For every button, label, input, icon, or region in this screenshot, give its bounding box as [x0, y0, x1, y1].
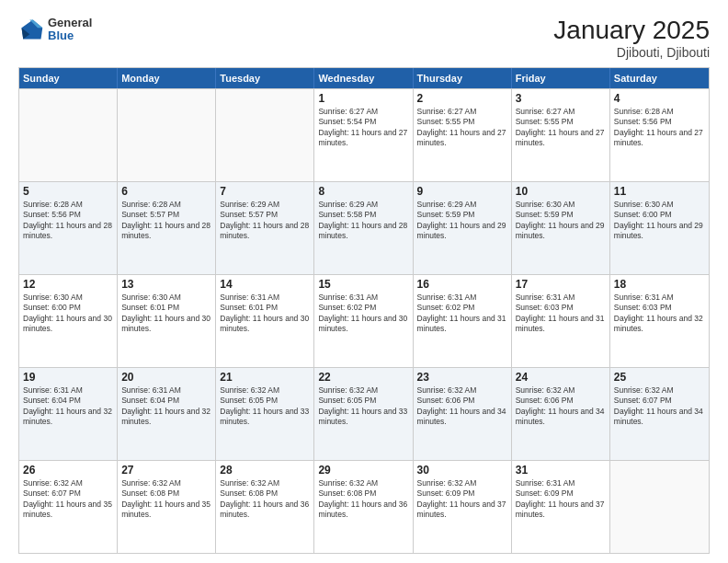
cell-day-number: 4	[614, 92, 705, 105]
cell-day-number: 21	[220, 371, 310, 384]
calendar-cell: 31Sunrise: 6:31 AM Sunset: 6:09 PM Dayli…	[512, 461, 610, 553]
cell-day-number: 9	[417, 185, 507, 198]
calendar-header-cell: Wednesday	[314, 68, 413, 88]
cell-day-number: 24	[516, 371, 606, 384]
calendar-cell: 7Sunrise: 6:29 AM Sunset: 5:57 PM Daylig…	[216, 182, 314, 274]
cell-sun-info: Sunrise: 6:31 AM Sunset: 6:04 PM Dayligh…	[23, 385, 113, 428]
calendar-cell: 1Sunrise: 6:27 AM Sunset: 5:54 PM Daylig…	[314, 89, 413, 181]
calendar-cell: 25Sunrise: 6:32 AM Sunset: 6:07 PM Dayli…	[610, 368, 709, 460]
calendar-cell: 13Sunrise: 6:30 AM Sunset: 6:01 PM Dayli…	[118, 275, 216, 367]
cell-sun-info: Sunrise: 6:27 AM Sunset: 5:54 PM Dayligh…	[318, 107, 408, 149]
cell-day-number: 3	[516, 92, 606, 105]
calendar-week: 12Sunrise: 6:30 AM Sunset: 6:00 PM Dayli…	[19, 274, 709, 367]
cell-day-number: 11	[614, 185, 705, 198]
calendar-week: 26Sunrise: 6:32 AM Sunset: 6:07 PM Dayli…	[19, 460, 709, 553]
cell-day-number: 5	[23, 185, 113, 198]
cell-day-number: 17	[516, 278, 606, 291]
cell-day-number: 2	[417, 92, 507, 105]
calendar-cell: 22Sunrise: 6:32 AM Sunset: 6:05 PM Dayli…	[314, 368, 413, 460]
cell-sun-info: Sunrise: 6:30 AM Sunset: 6:01 PM Dayligh…	[121, 293, 211, 335]
cell-sun-info: Sunrise: 6:28 AM Sunset: 5:57 PM Dayligh…	[121, 200, 211, 242]
calendar-body: 1Sunrise: 6:27 AM Sunset: 5:54 PM Daylig…	[19, 88, 709, 553]
cell-sun-info: Sunrise: 6:31 AM Sunset: 6:09 PM Dayligh…	[516, 478, 606, 521]
cell-day-number: 23	[417, 371, 507, 384]
cell-sun-info: Sunrise: 6:32 AM Sunset: 6:07 PM Dayligh…	[614, 385, 705, 428]
calendar-cell: 16Sunrise: 6:31 AM Sunset: 6:02 PM Dayli…	[414, 275, 512, 367]
calendar-header-cell: Sunday	[19, 68, 118, 88]
cell-sun-info: Sunrise: 6:32 AM Sunset: 6:07 PM Dayligh…	[23, 478, 113, 521]
cell-sun-info: Sunrise: 6:31 AM Sunset: 6:01 PM Dayligh…	[220, 293, 310, 335]
cell-sun-info: Sunrise: 6:29 AM Sunset: 5:59 PM Dayligh…	[417, 200, 507, 242]
calendar-cell: 3Sunrise: 6:27 AM Sunset: 5:55 PM Daylig…	[512, 89, 610, 181]
cell-sun-info: Sunrise: 6:30 AM Sunset: 6:00 PM Dayligh…	[614, 200, 705, 242]
cell-day-number: 10	[516, 185, 606, 198]
calendar-cell: 5Sunrise: 6:28 AM Sunset: 5:56 PM Daylig…	[19, 182, 118, 274]
cell-sun-info: Sunrise: 6:31 AM Sunset: 6:02 PM Dayligh…	[417, 293, 507, 335]
calendar-header-cell: Monday	[118, 68, 216, 88]
cell-sun-info: Sunrise: 6:32 AM Sunset: 6:06 PM Dayligh…	[417, 385, 507, 428]
cell-sun-info: Sunrise: 6:31 AM Sunset: 6:02 PM Dayligh…	[318, 293, 408, 335]
cell-sun-info: Sunrise: 6:30 AM Sunset: 6:00 PM Dayligh…	[23, 293, 113, 335]
main-title: January 2025	[553, 17, 710, 45]
cell-sun-info: Sunrise: 6:31 AM Sunset: 6:03 PM Dayligh…	[614, 293, 705, 335]
cell-sun-info: Sunrise: 6:27 AM Sunset: 5:55 PM Dayligh…	[417, 107, 507, 149]
cell-day-number: 8	[318, 185, 408, 198]
cell-sun-info: Sunrise: 6:29 AM Sunset: 5:58 PM Dayligh…	[318, 200, 408, 242]
calendar-cell: 8Sunrise: 6:29 AM Sunset: 5:58 PM Daylig…	[314, 182, 413, 274]
cell-sun-info: Sunrise: 6:32 AM Sunset: 6:08 PM Dayligh…	[220, 478, 310, 521]
cell-day-number: 20	[121, 371, 211, 384]
cell-sun-info: Sunrise: 6:32 AM Sunset: 6:06 PM Dayligh…	[516, 385, 606, 428]
cell-day-number: 27	[121, 464, 211, 477]
calendar-cell: 29Sunrise: 6:32 AM Sunset: 6:08 PM Dayli…	[314, 461, 413, 553]
calendar-cell: 26Sunrise: 6:32 AM Sunset: 6:07 PM Dayli…	[19, 461, 118, 553]
cell-day-number: 13	[121, 278, 211, 291]
cell-sun-info: Sunrise: 6:28 AM Sunset: 5:56 PM Dayligh…	[614, 107, 705, 149]
calendar-header: SundayMondayTuesdayWednesdayThursdayFrid…	[19, 68, 709, 88]
calendar-cell: 30Sunrise: 6:32 AM Sunset: 6:09 PM Dayli…	[414, 461, 512, 553]
calendar: SundayMondayTuesdayWednesdayThursdayFrid…	[18, 67, 710, 554]
logo-general: General	[48, 17, 92, 29]
cell-day-number: 15	[318, 278, 408, 291]
cell-sun-info: Sunrise: 6:29 AM Sunset: 5:57 PM Dayligh…	[220, 200, 310, 242]
logo-icon	[18, 17, 44, 42]
calendar-cell: 20Sunrise: 6:31 AM Sunset: 6:04 PM Dayli…	[118, 368, 216, 460]
calendar-header-cell: Saturday	[610, 68, 709, 88]
cell-day-number: 25	[614, 371, 705, 384]
calendar-cell: 4Sunrise: 6:28 AM Sunset: 5:56 PM Daylig…	[610, 89, 709, 181]
calendar-cell: 21Sunrise: 6:32 AM Sunset: 6:05 PM Dayli…	[216, 368, 314, 460]
calendar-cell	[118, 89, 216, 181]
cell-day-number: 6	[121, 185, 211, 198]
cell-day-number: 12	[23, 278, 113, 291]
calendar-cell: 10Sunrise: 6:30 AM Sunset: 5:59 PM Dayli…	[512, 182, 610, 274]
cell-day-number: 31	[516, 464, 606, 477]
calendar-cell: 18Sunrise: 6:31 AM Sunset: 6:03 PM Dayli…	[610, 275, 709, 367]
calendar-cell	[216, 89, 314, 181]
calendar-header-cell: Tuesday	[216, 68, 314, 88]
cell-sun-info: Sunrise: 6:32 AM Sunset: 6:08 PM Dayligh…	[121, 478, 211, 521]
calendar-week: 1Sunrise: 6:27 AM Sunset: 5:54 PM Daylig…	[19, 88, 709, 181]
calendar-cell: 2Sunrise: 6:27 AM Sunset: 5:55 PM Daylig…	[414, 89, 512, 181]
logo: General Blue	[18, 17, 92, 43]
cell-sun-info: Sunrise: 6:27 AM Sunset: 5:55 PM Dayligh…	[516, 107, 606, 149]
calendar-cell: 23Sunrise: 6:32 AM Sunset: 6:06 PM Dayli…	[414, 368, 512, 460]
cell-day-number: 22	[318, 371, 408, 384]
cell-sun-info: Sunrise: 6:32 AM Sunset: 6:08 PM Dayligh…	[318, 478, 408, 521]
calendar-cell	[610, 461, 709, 553]
calendar-cell: 17Sunrise: 6:31 AM Sunset: 6:03 PM Dayli…	[512, 275, 610, 367]
cell-sun-info: Sunrise: 6:32 AM Sunset: 6:09 PM Dayligh…	[417, 478, 507, 521]
calendar-week: 19Sunrise: 6:31 AM Sunset: 6:04 PM Dayli…	[19, 367, 709, 460]
cell-day-number: 26	[23, 464, 113, 477]
cell-sun-info: Sunrise: 6:28 AM Sunset: 5:56 PM Dayligh…	[23, 200, 113, 242]
cell-sun-info: Sunrise: 6:31 AM Sunset: 6:04 PM Dayligh…	[121, 385, 211, 428]
cell-day-number: 18	[614, 278, 705, 291]
cell-day-number: 19	[23, 371, 113, 384]
calendar-cell: 28Sunrise: 6:32 AM Sunset: 6:08 PM Dayli…	[216, 461, 314, 553]
calendar-cell: 12Sunrise: 6:30 AM Sunset: 6:00 PM Dayli…	[19, 275, 118, 367]
calendar-cell: 11Sunrise: 6:30 AM Sunset: 6:00 PM Dayli…	[610, 182, 709, 274]
calendar-cell: 9Sunrise: 6:29 AM Sunset: 5:59 PM Daylig…	[414, 182, 512, 274]
page: General Blue January 2025 Djibouti, Djib…	[0, 0, 728, 563]
calendar-week: 5Sunrise: 6:28 AM Sunset: 5:56 PM Daylig…	[19, 181, 709, 274]
cell-day-number: 16	[417, 278, 507, 291]
cell-day-number: 1	[318, 92, 408, 105]
sub-title: Djibouti, Djibouti	[553, 45, 710, 60]
